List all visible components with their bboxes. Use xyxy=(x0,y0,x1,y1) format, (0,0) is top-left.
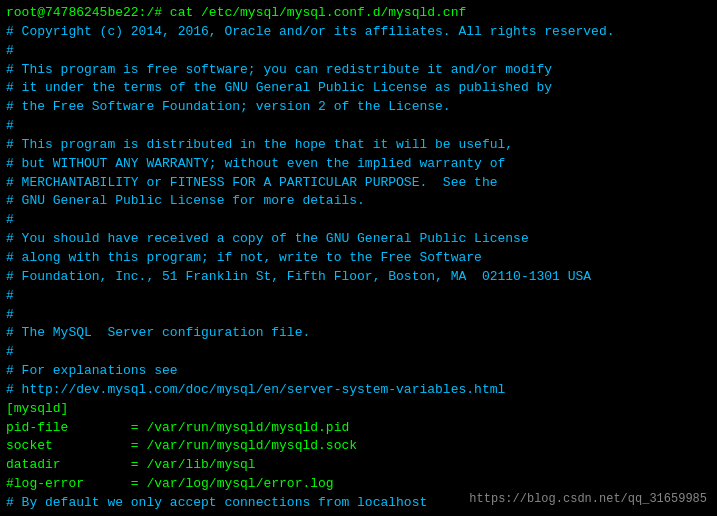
terminal-line: root@74786245be22:/# cat /etc/mysql/mysq… xyxy=(6,4,711,23)
terminal-line: # This program is distributed in the hop… xyxy=(6,136,711,155)
terminal-line: # This program is free software; you can… xyxy=(6,61,711,80)
terminal-line: # xyxy=(6,117,711,136)
terminal-line: # along with this program; if not, write… xyxy=(6,249,711,268)
terminal-line: # You should have received a copy of the… xyxy=(6,230,711,249)
terminal-line: # http://dev.mysql.com/doc/mysql/en/serv… xyxy=(6,381,711,400)
terminal-line: pid-file = /var/run/mysqld/mysqld.pid xyxy=(6,419,711,438)
terminal-line: datadir = /var/lib/mysql xyxy=(6,456,711,475)
terminal-output: root@74786245be22:/# cat /etc/mysql/mysq… xyxy=(6,4,711,516)
terminal-line: # xyxy=(6,211,711,230)
terminal-line: # xyxy=(6,287,711,306)
terminal-line: # xyxy=(6,343,711,362)
terminal-line: # Foundation, Inc., 51 Franklin St, Fift… xyxy=(6,268,711,287)
terminal-line: # The MySQL Server configuration file. xyxy=(6,324,711,343)
watermark: https://blog.csdn.net/qq_31659985 xyxy=(469,491,707,508)
terminal-line: # For explanations see xyxy=(6,362,711,381)
terminal[interactable]: root@74786245be22:/# cat /etc/mysql/mysq… xyxy=(0,0,717,516)
terminal-line: # xyxy=(6,42,711,61)
terminal-line: # it under the terms of the GNU General … xyxy=(6,79,711,98)
terminal-line: # GNU General Public License for more de… xyxy=(6,192,711,211)
terminal-line: socket = /var/run/mysqld/mysqld.sock xyxy=(6,437,711,456)
terminal-line: [mysqld] xyxy=(6,400,711,419)
terminal-line: # MERCHANTABILITY or FITNESS FOR A PARTI… xyxy=(6,174,711,193)
terminal-line: # the Free Software Foundation; version … xyxy=(6,98,711,117)
terminal-line: # xyxy=(6,306,711,325)
terminal-line: # but WITHOUT ANY WARRANTY; without even… xyxy=(6,155,711,174)
terminal-line: # Copyright (c) 2014, 2016, Oracle and/o… xyxy=(6,23,711,42)
